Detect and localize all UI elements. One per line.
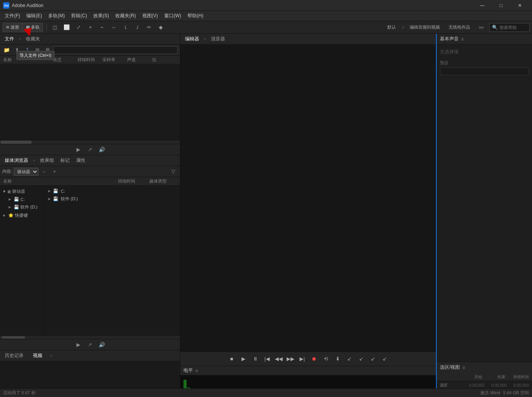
workspace-edit-btn[interactable]: 编辑音频到视频 [407, 23, 443, 32]
import-file-btn[interactable]: ⤴ [23, 46, 31, 54]
record-btn[interactable]: ⏺ [309, 354, 319, 364]
file-play-btn[interactable]: ▶ [74, 146, 83, 154]
vol-down-btn[interactable]: ⬇ [333, 354, 342, 364]
waveform-btn[interactable]: ≋ 波形 [3, 23, 23, 32]
preset-dropdown[interactable] [440, 67, 529, 75]
workspace-default-btn[interactable]: 默认 [384, 23, 399, 32]
extra-btn4[interactable]: ↙ [380, 354, 389, 364]
tab-file-menu[interactable]: ≡ [19, 37, 21, 41]
left-panel: 文件 ≡ 收藏夹 📁 ⬆ ⤴ ⊞ 🗑 名称 状态 持续时间 采样率 声道 位 [0, 34, 180, 397]
tab-collection[interactable]: 收藏夹 [24, 35, 42, 43]
col-sample-rate: 采样率 [102, 57, 127, 63]
tab-media-menu[interactable]: ≡ [33, 158, 35, 163]
tab-effects-group[interactable]: 效果组 [38, 156, 56, 165]
tab-properties[interactable]: 属性 [74, 156, 87, 165]
workspace-wireless-btn[interactable]: 无线电作品 [445, 23, 473, 32]
meter-menu-icon[interactable]: ≡ [195, 368, 198, 373]
selection-view-menu[interactable]: ≡ [462, 365, 465, 370]
file-search-input[interactable] [53, 46, 178, 54]
toolbar-icon-10[interactable]: ◆ [156, 23, 166, 32]
toolbar-icon-8[interactable]: ⤸ [132, 23, 142, 32]
file-scrollbar[interactable] [0, 140, 180, 144]
file-output-btn[interactable]: 🔊 [98, 146, 106, 154]
tree-shortcuts[interactable]: ▶ ⭐ 快捷键 [0, 211, 45, 219]
extra-btn2[interactable]: ↙ [356, 354, 366, 364]
tab-markers[interactable]: 标记 [59, 156, 71, 165]
loop-btn[interactable]: ⟲ [321, 354, 330, 364]
app-title: Adobe Audition [12, 3, 473, 8]
media-h-scrollbar[interactable] [0, 336, 180, 339]
menu-window[interactable]: 窗口(W) [161, 11, 184, 20]
file-bottom-toolbar: ▶ ↗ 🔊 [0, 144, 180, 155]
no-selection-text: 无选择项 [440, 49, 529, 55]
basic-voice-menu[interactable]: ≡ [461, 36, 464, 42]
close-button[interactable]: ✕ [511, 0, 529, 11]
extra-btn3[interactable]: ↙ [368, 354, 378, 364]
toolbar-icon-7[interactable]: ⤹ [120, 23, 131, 32]
import-btn[interactable]: ⬆ [13, 46, 21, 54]
col-status: 状态 [53, 57, 78, 63]
back-btn[interactable]: ◀◀ [274, 354, 283, 364]
tab-file[interactable]: 文件 [3, 35, 16, 43]
menu-clip[interactable]: 剪辑(C) [68, 11, 90, 20]
media-export-btn[interactable]: ↗ [86, 341, 94, 349]
toolbar-icon-2[interactable]: ⬜ [62, 23, 72, 32]
sel-val-end: 0:00.000 [485, 383, 507, 388]
history-video-header: 历史记录 视频 ≡ [0, 350, 180, 361]
tab-editor-menu[interactable]: ≡ [204, 37, 206, 41]
minimize-button[interactable]: — [473, 0, 491, 11]
shortcuts-label: 快捷键 [15, 212, 28, 218]
toolbar-icon-4[interactable]: ⌖ [85, 23, 95, 32]
new-folder-btn[interactable]: 📁 [2, 46, 11, 54]
pause-btn[interactable]: ⏸ [251, 354, 260, 364]
media-filter-btn[interactable]: ▽ [169, 168, 178, 176]
tab-video[interactable]: 视频 [31, 352, 44, 360]
toolbar-icon-1[interactable]: ◫ [50, 23, 60, 32]
media-file-list: ▶ 💾 C: ▶ 💾 软件 (D:) [45, 186, 180, 336]
titlebar: Au Adobe Audition — □ ✕ [0, 0, 532, 11]
tab-media-browser[interactable]: 媒体浏览器 [3, 156, 30, 165]
toolbar-icon-6[interactable]: ↔ [109, 23, 119, 32]
tree-d-drive[interactable]: ▶ 💾 软件 (D:) [0, 203, 45, 211]
file-row-d[interactable]: ▶ 💾 软件 (D:) [45, 195, 180, 203]
menu-edit[interactable]: 编辑(E) [23, 11, 45, 20]
media-play-btn[interactable]: ▶ [74, 341, 83, 349]
file-row-c[interactable]: ▶ 💾 C: [45, 187, 180, 195]
media-bottom-toolbar: ▶ ↗ 🔊 [0, 339, 180, 350]
menu-help[interactable]: 帮助(H) [184, 11, 207, 20]
tree-c-drive[interactable]: ▶ 💾 C: [0, 196, 45, 203]
tab-history-video-menu[interactable]: ≡ [50, 353, 53, 358]
search-input[interactable] [499, 25, 527, 30]
menu-multitrack[interactable]: 多轨(M) [45, 11, 68, 20]
workspace-more-btn[interactable]: >> [476, 23, 487, 32]
delete-btn[interactable]: 🗑 [43, 46, 52, 54]
toolbar-icon-5[interactable]: ⌁ [97, 23, 107, 32]
file-export-btn[interactable]: ↗ [86, 146, 94, 154]
toolbar-icon-3[interactable]: ⤢ [73, 23, 84, 32]
menu-view[interactable]: 视图(V) [139, 11, 161, 20]
tab-editor[interactable]: 编辑器 [183, 35, 201, 43]
menu-file[interactable]: 文件(F) [2, 11, 23, 20]
to-end-btn[interactable]: ▶| [298, 354, 307, 364]
toolbar-icon-9[interactable]: ✏ [144, 23, 154, 32]
restore-button[interactable]: □ [492, 0, 510, 11]
forward-btn[interactable]: ▶▶ [286, 354, 295, 364]
content-dropdown[interactable]: 驱动器 [14, 168, 38, 176]
media-panel: 媒体浏览器 ≡ 效果组 标记 属性 内容: 驱动器 ← + ▽ [0, 155, 180, 350]
view-mode-group: ≋ 波形 ▦ 多轨 [2, 23, 43, 32]
play-btn[interactable]: ▶ [239, 354, 248, 364]
tab-history[interactable]: 历史记录 [3, 352, 25, 360]
right-panel: 基本声音 ≡ 无选择项 预设 选区/视图 ≡ 开始 结束 持续时间 选区 0:0… [436, 34, 532, 397]
to-start-btn[interactable]: |◀ [262, 354, 272, 364]
center-panel: 编辑器 ≡ 混音器 ■ ▶ ⏸ |◀ ◀◀ ▶▶ ▶| ⏺ ⟲ ⬇ ↙ ↙ ↙ … [180, 34, 436, 397]
media-back-btn[interactable]: ← [40, 168, 49, 176]
media-output-btn[interactable]: 🔊 [98, 341, 106, 349]
media-add-btn[interactable]: + [50, 168, 59, 176]
tab-mixer[interactable]: 混音器 [209, 35, 227, 43]
menu-favorites[interactable]: 收藏夹(R) [112, 11, 139, 20]
stop-btn[interactable]: ■ [227, 354, 236, 364]
search-box[interactable]: 🔍 [489, 23, 530, 32]
extra-btn1[interactable]: ↙ [345, 354, 354, 364]
create-multitrack-btn[interactable]: ⊞ [33, 46, 42, 54]
menu-effects[interactable]: 效果(S) [90, 11, 112, 20]
